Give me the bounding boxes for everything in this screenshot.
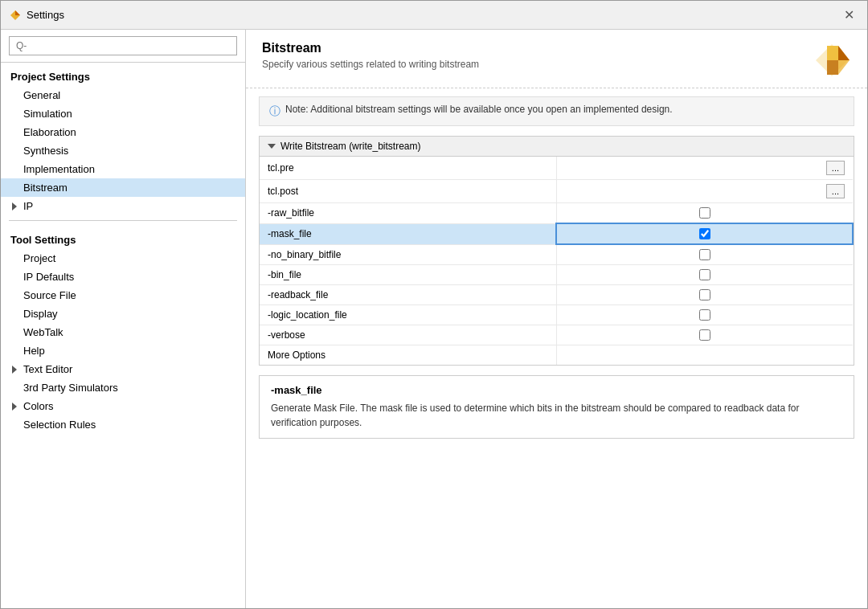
sidebar-item-elaboration[interactable]: Elaboration — [1, 123, 245, 141]
sidebar-item-project[interactable]: Project — [1, 249, 245, 268]
row-value — [556, 325, 853, 345]
table-row: More Options — [260, 345, 853, 366]
tcl-pre-browse-button[interactable]: ... — [826, 161, 845, 175]
no-binary-bitfile-checkbox[interactable] — [699, 249, 710, 260]
sidebar-item-colors-label: Colors — [23, 400, 54, 412]
row-name: tcl.post — [260, 180, 556, 203]
row-name: More Options — [260, 345, 556, 366]
row-name: -readback_file — [260, 285, 556, 305]
logic-location-file-checkbox[interactable] — [699, 309, 710, 321]
table-row: -readback_file — [260, 285, 853, 305]
row-name: -verbose — [260, 325, 556, 345]
ip-expand-arrow — [12, 202, 17, 210]
main-panel: Bitstream Specify various settings relat… — [246, 30, 867, 608]
description-text: Generate Mask File. The mask file is use… — [271, 401, 842, 430]
sidebar-item-selection-rules[interactable]: Selection Rules — [1, 415, 245, 434]
sidebar-item-colors[interactable]: Colors — [1, 397, 245, 415]
table-row: -logic_location_file — [260, 305, 853, 325]
tool-settings-header: Tool Settings — [1, 226, 245, 249]
info-text: Note: Additional bitstream settings will… — [285, 104, 673, 115]
sidebar-item-display[interactable]: Display — [1, 304, 245, 323]
description-title: -mask_file — [271, 384, 842, 396]
row-value — [556, 223, 853, 244]
search-input[interactable] — [9, 36, 237, 55]
panel-header-text: Bitstream Specify various settings relat… — [262, 41, 479, 70]
row-value — [556, 285, 853, 305]
panel-title: Bitstream — [262, 41, 479, 55]
row-value: ... — [556, 157, 853, 180]
panel-subtitle: Specify various settings related to writ… — [262, 59, 479, 70]
title-bar: Settings ✕ — [1, 1, 867, 30]
svg-marker-6 — [827, 60, 838, 75]
row-name: tcl.pre — [260, 157, 556, 180]
sidebar-item-ip-label: IP — [23, 200, 33, 212]
sidebar-item-simulation[interactable]: Simulation — [1, 104, 245, 123]
table-row: tcl.post ... — [260, 180, 853, 203]
description-panel: -mask_file Generate Mask File. The mask … — [259, 375, 854, 439]
row-value — [556, 305, 853, 325]
row-value — [556, 265, 853, 285]
sidebar-item-text-editor-label: Text Editor — [23, 363, 72, 375]
colors-expand-arrow — [12, 403, 17, 411]
row-value: ... — [556, 180, 853, 203]
tcl-post-browse-button[interactable]: ... — [826, 184, 845, 198]
table-row: -bin_file — [260, 265, 853, 285]
table-row: -mask_file — [260, 223, 853, 244]
table-row: -no_binary_bitfile — [260, 244, 853, 265]
sidebar: Project Settings General Simulation Elab… — [1, 30, 246, 608]
raw-bitfile-checkbox[interactable] — [699, 207, 710, 219]
settings-group: Write Bitstream (write_bitstream) tcl.pr… — [259, 136, 854, 366]
verbose-checkbox[interactable] — [699, 329, 710, 341]
readback-file-checkbox[interactable] — [699, 289, 710, 300]
text-editor-expand-arrow — [12, 366, 17, 374]
row-name: -no_binary_bitfile — [260, 244, 556, 265]
project-settings-header: Project Settings — [1, 63, 245, 86]
vivado-logo — [813, 41, 851, 80]
close-button[interactable]: ✕ — [839, 6, 859, 24]
sidebar-item-synthesis[interactable]: Synthesis — [1, 141, 245, 160]
panel-body: ⓘ Note: Additional bitstream settings wi… — [246, 88, 867, 608]
panel-header: Bitstream Specify various settings relat… — [246, 30, 867, 88]
sidebar-item-ip-defaults[interactable]: IP Defaults — [1, 268, 245, 286]
table-row: -raw_bitfile — [260, 203, 853, 224]
search-bar — [1, 30, 245, 63]
sidebar-item-general[interactable]: General — [1, 86, 245, 104]
row-name: -logic_location_file — [260, 305, 556, 325]
svg-marker-1 — [15, 10, 20, 15]
row-name: -raw_bitfile — [260, 203, 556, 224]
sidebar-divider — [9, 220, 237, 221]
sidebar-item-webtalk[interactable]: WebTalk — [1, 323, 245, 341]
group-collapse-arrow[interactable] — [268, 144, 276, 149]
row-name: -bin_file — [260, 265, 556, 285]
window-title: Settings — [27, 9, 64, 21]
row-value — [556, 345, 853, 366]
main-content: Project Settings General Simulation Elab… — [1, 30, 867, 608]
settings-table: tcl.pre ... tcl.post ... — [260, 157, 854, 365]
sidebar-item-bitstream[interactable]: Bitstream — [1, 178, 245, 197]
group-label: Write Bitstream (write_bitstream) — [280, 141, 420, 152]
sidebar-item-implementation[interactable]: Implementation — [1, 160, 245, 178]
sidebar-item-ip[interactable]: IP — [1, 197, 245, 215]
app-icon — [9, 9, 22, 22]
svg-marker-5 — [827, 46, 838, 60]
bin-file-checkbox[interactable] — [699, 269, 710, 280]
row-value — [556, 244, 853, 265]
row-value — [556, 203, 853, 224]
sidebar-item-source-file[interactable]: Source File — [1, 286, 245, 304]
sidebar-item-text-editor[interactable]: Text Editor — [1, 360, 245, 378]
settings-window: Settings ✕ Project Settings General Simu… — [0, 0, 868, 609]
mask-file-checkbox[interactable] — [699, 228, 710, 239]
row-name: -mask_file — [260, 223, 556, 244]
svg-marker-4 — [838, 46, 850, 60]
info-bar: ⓘ Note: Additional bitstream settings wi… — [259, 96, 854, 126]
settings-group-header: Write Bitstream (write_bitstream) — [260, 137, 854, 157]
info-icon: ⓘ — [269, 104, 280, 119]
title-bar-left: Settings — [9, 9, 64, 22]
sidebar-content: Project Settings General Simulation Elab… — [1, 63, 245, 608]
sidebar-item-help[interactable]: Help — [1, 341, 245, 360]
sidebar-item-3rd-party-simulators[interactable]: 3rd Party Simulators — [1, 378, 245, 397]
table-row: -verbose — [260, 325, 853, 345]
table-row: tcl.pre ... — [260, 157, 853, 180]
